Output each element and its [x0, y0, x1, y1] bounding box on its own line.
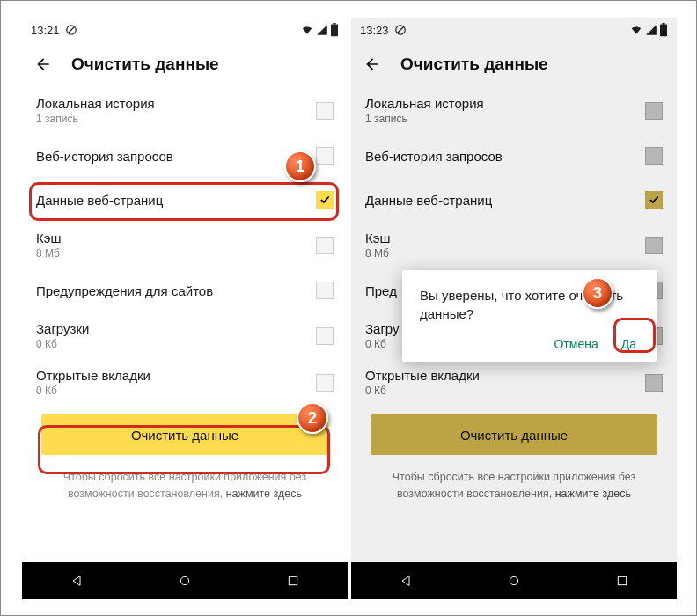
item-subtext: 8 Мб: [36, 247, 61, 260]
svg-line-7: [397, 27, 403, 33]
status-bar: 13:23: [351, 18, 677, 41]
phone-right: 13:23 Очистить данные Локальная история1…: [351, 18, 677, 599]
footnote: Чтобы сбросить все настройки приложения …: [351, 464, 677, 502]
list-item[interactable]: Локальная история1 запись: [351, 87, 677, 134]
item-label: Предупреждения для сайтов: [36, 283, 213, 298]
svg-point-4: [180, 576, 188, 584]
list-item[interactable]: Веб-история запросов: [22, 134, 348, 178]
list-item[interactable]: Локальная история1 запись: [22, 87, 348, 134]
svg-rect-5: [290, 576, 297, 584]
nav-recent-icon[interactable]: [286, 574, 300, 588]
checkbox[interactable]: [316, 327, 334, 345]
checkbox[interactable]: [316, 282, 334, 299]
dialog-ok-button[interactable]: Да: [621, 337, 636, 351]
dialog-message: Вы уверены, что хотите очистить данные?: [420, 286, 640, 323]
signal-icon: [316, 24, 328, 36]
list-item[interactable]: Данные веб-страниц: [22, 178, 348, 222]
checkbox[interactable]: [645, 147, 663, 165]
item-label: Кэш: [365, 231, 390, 246]
item-subtext: 0 Кб: [365, 385, 480, 397]
item-label: Веб-история запросов: [365, 149, 503, 164]
item-label: Данные веб-страниц: [365, 193, 492, 208]
back-arrow-icon[interactable]: [34, 55, 52, 73]
svg-rect-11: [619, 576, 627, 584]
reset-link[interactable]: нажмите здесь: [226, 488, 302, 500]
nav-back-icon[interactable]: [70, 574, 84, 588]
item-label: Локальная история: [36, 96, 155, 111]
clear-data-button[interactable]: Очистить данные: [371, 414, 657, 455]
status-bar: 13:21: [22, 18, 348, 41]
footnote: Чтобы сбросить все настройки приложения …: [22, 464, 348, 502]
android-navbar: [22, 562, 348, 599]
item-label: Локальная история: [365, 96, 484, 111]
confirm-dialog: Вы уверены, что хотите очистить данные? …: [402, 270, 657, 362]
page-title: Очистить данные: [400, 55, 548, 74]
item-subtext: 0 Кб: [365, 338, 400, 350]
phone-left: 13:21 Очистить данные Локальная история1…: [22, 18, 348, 599]
wifi-icon: [300, 24, 314, 36]
item-label: Данные веб-страниц: [36, 193, 163, 208]
list-item[interactable]: Предупреждения для сайтов: [22, 268, 348, 312]
settings-list: Локальная история1 записьВеб-история зап…: [22, 87, 348, 406]
list-item[interactable]: Веб-история запросов: [351, 134, 677, 178]
item-label: Открытые вкладки: [365, 368, 480, 383]
checkbox[interactable]: [316, 237, 334, 254]
item-label: Кэш: [36, 231, 61, 246]
item-subtext: 0 Кб: [36, 338, 89, 350]
battery-icon: [659, 23, 668, 37]
item-label: Открытые вкладки: [36, 368, 150, 383]
item-subtext: 1 запись: [365, 113, 484, 125]
checkbox[interactable]: [316, 147, 334, 165]
nav-back-icon[interactable]: [399, 574, 413, 588]
list-item[interactable]: Кэш8 Мб: [22, 222, 348, 268]
status-time: 13:23: [360, 24, 389, 37]
reset-link[interactable]: нажмите здесь: [555, 488, 631, 500]
item-label: Пред: [365, 283, 397, 298]
signal-icon: [645, 24, 657, 36]
status-time: 13:21: [31, 24, 60, 37]
item-label: Веб-история запросов: [36, 149, 173, 164]
nav-home-icon[interactable]: [507, 574, 521, 588]
list-item[interactable]: Данные веб-страниц: [351, 178, 677, 222]
checkbox[interactable]: [316, 191, 334, 209]
svg-rect-9: [662, 23, 664, 25]
item-subtext: 1 запись: [36, 113, 155, 125]
svg-point-10: [510, 576, 517, 584]
list-item[interactable]: Открытые вкладки0 Кб: [351, 359, 677, 406]
wifi-icon: [629, 24, 643, 36]
checkbox[interactable]: [645, 102, 663, 120]
list-item[interactable]: Кэш8 Мб: [351, 222, 677, 268]
svg-rect-3: [333, 23, 335, 25]
list-item[interactable]: Открытые вкладки0 Кб: [22, 359, 348, 406]
svg-rect-2: [331, 25, 338, 37]
nav-home-icon[interactable]: [178, 574, 192, 588]
checkbox[interactable]: [645, 191, 663, 209]
page-title: Очистить данные: [71, 55, 219, 74]
no-icon: [65, 24, 77, 36]
item-subtext: 0 Кб: [36, 385, 150, 397]
nav-recent-icon[interactable]: [615, 574, 629, 588]
android-navbar: [351, 562, 677, 599]
app-bar: Очистить данные: [22, 41, 348, 87]
item-label: Загру: [365, 321, 400, 336]
back-arrow-icon[interactable]: [363, 55, 381, 73]
checkbox[interactable]: [645, 237, 663, 254]
item-label: Загрузки: [36, 321, 89, 336]
checkbox[interactable]: [316, 102, 334, 120]
checkbox[interactable]: [316, 374, 334, 392]
checkbox[interactable]: [645, 374, 663, 392]
item-subtext: 8 Мб: [365, 247, 390, 260]
no-icon: [394, 24, 407, 36]
clear-data-button[interactable]: Очистить данные: [41, 414, 328, 455]
svg-line-1: [68, 27, 74, 33]
app-bar: Очистить данные: [351, 41, 677, 87]
list-item[interactable]: Загрузки0 Кб: [22, 312, 348, 359]
dialog-cancel-button[interactable]: Отмена: [554, 337, 598, 351]
battery-icon: [330, 23, 339, 37]
svg-rect-8: [660, 25, 667, 37]
